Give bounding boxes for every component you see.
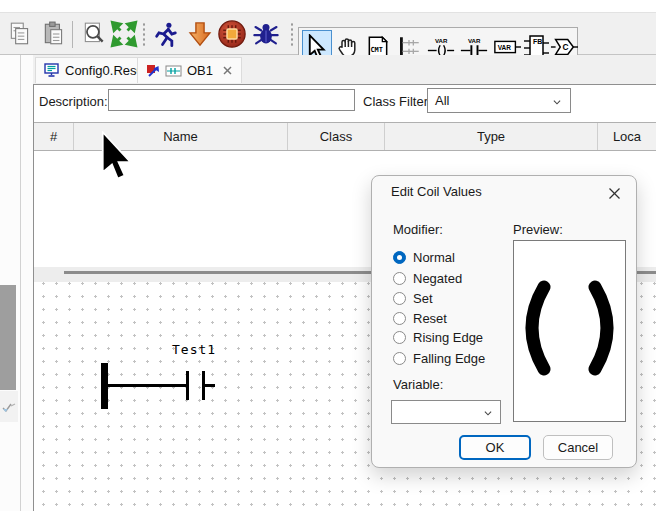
debug-bug-icon xyxy=(252,20,280,48)
background-window-button[interactable] xyxy=(0,391,18,422)
radio-negated[interactable]: Negated xyxy=(393,270,462,287)
cmt-label: CMT xyxy=(370,46,383,54)
radio-label: Rising Edge xyxy=(413,330,483,345)
radio-falling-edge[interactable]: Falling Edge xyxy=(393,350,485,367)
tab-config0-res0[interactable]: Config0.Res0 xyxy=(35,57,153,83)
transfer-icon xyxy=(146,64,160,78)
preview-label: Preview: xyxy=(513,222,563,237)
dialog-title: Edit Coil Values xyxy=(391,184,482,199)
ladder-window-icon xyxy=(165,64,182,78)
cpu-button[interactable] xyxy=(216,17,248,51)
radio-button[interactable] xyxy=(393,352,406,365)
variable-select[interactable] xyxy=(391,400,501,424)
radio-button[interactable] xyxy=(393,312,406,325)
rung-wire xyxy=(108,384,186,387)
radio-rising-edge[interactable]: Rising Edge xyxy=(393,329,483,346)
cpu-icon xyxy=(217,19,247,49)
radio-button[interactable] xyxy=(393,331,406,344)
chevron-down-icon xyxy=(553,98,561,106)
app-window: CMT VAR xyxy=(0,0,656,511)
variable-label: Variable: xyxy=(393,377,443,392)
copy-icon xyxy=(7,21,33,47)
variable-box-label: VAR xyxy=(498,43,512,50)
class-filter-select[interactable]: All xyxy=(427,88,571,113)
ok-button[interactable]: OK xyxy=(459,435,531,460)
toolbar-grip[interactable] xyxy=(290,22,294,48)
print-preview-icon xyxy=(81,21,107,47)
power-rail[interactable] xyxy=(101,363,108,409)
description-input[interactable] xyxy=(108,89,355,111)
debug-button[interactable] xyxy=(250,17,282,51)
radio-reset[interactable]: Reset xyxy=(393,310,447,327)
modifier-label: Modifier: xyxy=(393,222,443,237)
close-icon xyxy=(608,187,621,200)
coil-preview-box xyxy=(513,240,626,422)
background-scrollbar-thumb[interactable] xyxy=(0,285,16,390)
cancel-button[interactable]: Cancel xyxy=(543,435,613,460)
column-header-class[interactable]: Class xyxy=(288,123,385,150)
filter-check-icon xyxy=(2,401,16,413)
tab-label: OB1 xyxy=(187,63,213,78)
tab-ob1[interactable]: OB1 xyxy=(137,57,242,83)
run-icon xyxy=(152,20,180,48)
jump-c-label: C xyxy=(563,42,569,52)
rung-wire-stub xyxy=(205,384,215,387)
column-header-number[interactable]: # xyxy=(34,123,74,150)
copy-button[interactable] xyxy=(4,17,36,51)
contact-symbol[interactable] xyxy=(186,371,189,400)
run-button[interactable] xyxy=(150,17,182,51)
background-window-edge xyxy=(20,55,21,511)
document-tabbar: Config0.Res0 OB1 xyxy=(33,55,656,84)
radio-label: Normal xyxy=(413,250,455,265)
description-row: Description: Class Filter: All xyxy=(34,85,656,122)
paste-icon xyxy=(41,21,67,47)
description-label: Description: xyxy=(39,94,108,109)
coil-var-label: VAR xyxy=(435,36,448,43)
dialog-close-button[interactable] xyxy=(602,181,626,205)
paste-button[interactable] xyxy=(38,17,70,51)
column-header-type[interactable]: Type xyxy=(385,123,598,150)
toolbar-separator xyxy=(72,21,73,48)
zoom-fit-button[interactable] xyxy=(108,17,140,51)
window-top-strip xyxy=(0,0,656,12)
radio-button[interactable] xyxy=(393,272,406,285)
print-preview-button[interactable] xyxy=(78,17,110,51)
radio-button[interactable] xyxy=(393,251,406,264)
radio-label: Falling Edge xyxy=(413,351,485,366)
contact-var-label: VAR xyxy=(468,36,481,43)
column-header-location[interactable]: Loca xyxy=(598,123,656,150)
download-button[interactable] xyxy=(184,17,216,51)
zoom-fit-icon xyxy=(110,20,138,48)
main-toolbar: CMT VAR xyxy=(0,12,656,55)
column-header-name[interactable]: Name xyxy=(74,123,288,150)
contact-variable-label[interactable]: Test1 xyxy=(172,342,216,357)
download-icon xyxy=(186,20,214,48)
radio-set[interactable]: Set xyxy=(393,290,433,307)
radio-label: Negated xyxy=(413,271,462,286)
chevron-down-icon xyxy=(484,409,492,417)
variable-table-header: # Name Class Type Loca xyxy=(34,122,656,151)
edit-coil-values-dialog: Edit Coil Values Modifier: Preview: Norm… xyxy=(371,175,637,468)
toolbar-grip[interactable] xyxy=(142,22,146,48)
radio-normal[interactable]: Normal xyxy=(393,249,455,266)
tab-label: Config0.Res0 xyxy=(65,63,144,78)
tab-close-button[interactable] xyxy=(222,65,233,76)
coil-preview-symbol xyxy=(514,241,625,421)
close-icon xyxy=(222,65,233,76)
radio-button[interactable] xyxy=(393,292,406,305)
radio-label: Set xyxy=(413,291,433,306)
class-filter-label: Class Filter: xyxy=(363,94,432,109)
background-window-strip xyxy=(0,55,33,511)
class-filter-value: All xyxy=(435,93,449,108)
radio-label: Reset xyxy=(413,311,447,326)
resource-monitor-icon xyxy=(44,63,60,78)
fb-label: FB xyxy=(533,38,542,45)
